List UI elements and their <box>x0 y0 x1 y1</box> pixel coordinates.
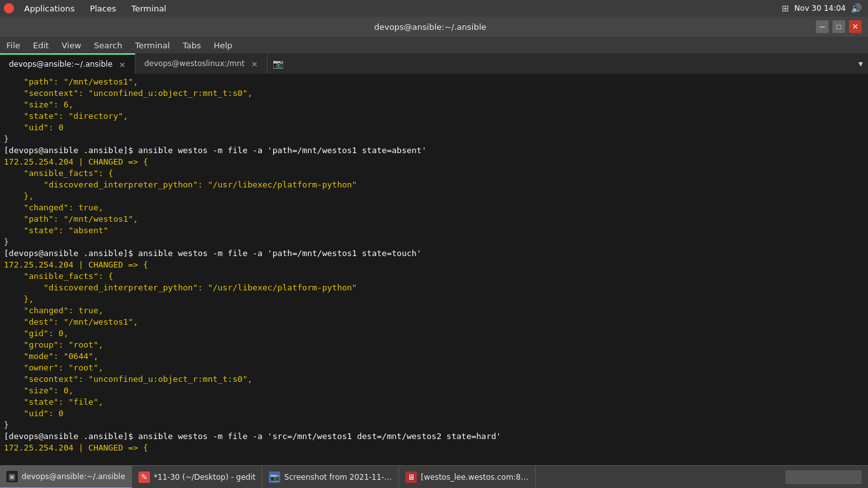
taskbar-item-tb3[interactable]: 📷Screenshot from 2021-11-30 13-4... <box>262 466 399 489</box>
taskbar-item-label: Screenshot from 2021-11-30 13-4... <box>284 473 392 482</box>
datetime: Nov 30 14:04 <box>794 4 846 13</box>
terminal-line: "discovered_interpreter_python": "/usr/l… <box>4 179 864 191</box>
distro-icon <box>4 3 14 13</box>
gedit-icon: ✎ <box>139 471 150 483</box>
terminal-line: } <box>4 236 864 248</box>
menu-item-view[interactable]: View <box>55 37 88 53</box>
terminal-line: "group": "root", <box>4 339 864 351</box>
system-bar-left: Applications Places Terminal <box>0 0 173 17</box>
terminal-line: "gid": 0, <box>4 328 864 339</box>
terminal-line: "dest": "/mnt/westos1", <box>4 316 864 328</box>
menu-item-tabs[interactable]: Tabs <box>176 37 207 53</box>
terminal-line: }, <box>4 191 864 202</box>
menu-item-edit[interactable]: Edit <box>27 37 55 53</box>
terminal-content[interactable]: "path": "/mnt/westos1", "secontext": "un… <box>0 74 868 465</box>
places-menu[interactable]: Places <box>83 0 122 17</box>
taskbar-item-tb4[interactable]: 🖥[westos_lee.westos.com:8 (westos)... <box>399 466 536 489</box>
taskbar-item-label: *11-30 (~/Desktop) - gedit <box>154 473 255 482</box>
terminal-line: }, <box>4 294 864 305</box>
terminal-menu[interactable]: Terminal <box>125 0 173 17</box>
terminal-line: } <box>4 133 864 145</box>
maximize-button[interactable]: □ <box>832 20 845 33</box>
screenshot-icon: 📷 <box>269 471 280 483</box>
menu-item-terminal[interactable]: Terminal <box>128 37 176 53</box>
terminal-line: "size": 6, <box>4 99 864 111</box>
taskbar-item-tb2[interactable]: ✎*11-30 (~/Desktop) - gedit <box>132 466 262 489</box>
title-bar: devops@ansible:~/.ansible ─ □ ✕ <box>0 17 868 37</box>
tab-close-button[interactable]: × <box>251 59 258 69</box>
minimize-button[interactable]: ─ <box>816 20 829 33</box>
terminal-line: "path": "/mnt/westos1", <box>4 214 864 225</box>
taskbar: ▣devops@ansible:~/.ansible✎*11-30 (~/Des… <box>0 465 868 488</box>
system-bar-right: ⊞ Nov 30 14:04 🔊 <box>782 3 868 13</box>
taskbar-item-label: [westos_lee.westos.com:8 (westos)... <box>421 473 529 482</box>
tab-tab2[interactable]: devops@westoslinux:/mnt× <box>135 53 268 74</box>
applications-menu[interactable]: Applications <box>18 0 81 17</box>
tab-bar: devops@ansible:~/.ansible×devops@westosl… <box>0 53 868 74</box>
window-title: devops@ansible:~/.ansible <box>44 22 816 32</box>
tab-screenshot-button[interactable]: 📷 <box>268 58 288 69</box>
taskbar-item-label: devops@ansible:~/.ansible <box>22 472 125 481</box>
terminal-line: [devops@ansible .ansible]$ ansible westo… <box>4 248 864 259</box>
system-bar: Applications Places Terminal ⊞ Nov 30 14… <box>0 0 868 17</box>
terminal-line: "ansible_facts": { <box>4 271 864 282</box>
westos-icon: 🖥 <box>405 471 417 483</box>
terminal-line: "state": "file", <box>4 396 864 408</box>
tab-scroll-button[interactable]: ▾ <box>853 58 868 69</box>
tab-close-button[interactable]: × <box>119 60 126 69</box>
terminal-line: "mode": "0644", <box>4 351 864 362</box>
menu-item-help[interactable]: Help <box>207 37 239 53</box>
close-button[interactable]: ✕ <box>849 20 862 33</box>
tab-label: devops@ansible:~/.ansible <box>9 60 112 69</box>
terminal-line: "size": 0, <box>4 385 864 396</box>
tab-label: devops@westoslinux:/mnt <box>144 59 245 68</box>
terminal-line: "ansible_facts": { <box>4 168 864 179</box>
terminal-line: "uid": 0 <box>4 408 864 419</box>
terminal-icon: ▣ <box>6 471 18 482</box>
menu-item-search[interactable]: Search <box>88 37 129 53</box>
terminal-line: "state": "directory", <box>4 111 864 122</box>
terminal-line: "state": "absent" <box>4 225 864 236</box>
terminal-line: [devops@ansible .ansible]$ ansible westo… <box>4 431 864 442</box>
menu-bar: FileEditViewSearchTerminalTabsHelp <box>0 37 868 53</box>
window-list-icon: ⊞ <box>782 3 789 13</box>
terminal-line: "uid": 0 <box>4 122 864 133</box>
terminal-line: [devops@ansible .ansible]$ ansible westo… <box>4 145 864 156</box>
terminal-line: "changed": true, <box>4 202 864 214</box>
taskbar-search-input[interactable] <box>785 470 862 484</box>
terminal-line: "path": "/mnt/westos1", <box>4 76 864 88</box>
terminal-line: "owner": "root", <box>4 362 864 374</box>
terminal-line: "secontext": "unconfined_u:object_r:mnt_… <box>4 88 864 99</box>
terminal-line: 172.25.254.204 | CHANGED => { <box>4 156 864 168</box>
terminal-line: } <box>4 419 864 431</box>
menu-item-file[interactable]: File <box>0 37 27 53</box>
window-controls: ─ □ ✕ <box>816 20 862 33</box>
tab-tab1[interactable]: devops@ansible:~/.ansible× <box>0 53 135 74</box>
terminal-line: 172.25.254.204 | CHANGED => { <box>4 442 864 454</box>
volume-icon[interactable]: 🔊 <box>851 3 862 13</box>
terminal-line: "changed": true, <box>4 305 864 316</box>
terminal-line: "discovered_interpreter_python": "/usr/l… <box>4 282 864 294</box>
terminal-line: 172.25.254.204 | CHANGED => { <box>4 259 864 271</box>
terminal-line: "secontext": "unconfined_u:object_r:mnt_… <box>4 374 864 385</box>
taskbar-item-tb1[interactable]: ▣devops@ansible:~/.ansible <box>0 466 132 489</box>
